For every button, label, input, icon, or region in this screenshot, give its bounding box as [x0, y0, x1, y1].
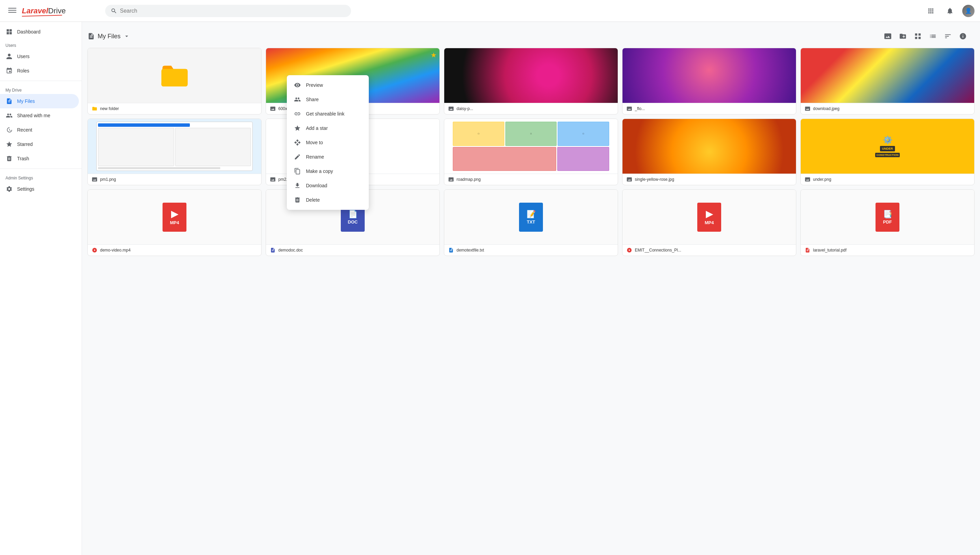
context-make-copy[interactable]: Make a copy	[287, 164, 369, 178]
context-menu: Preview Share Get shareable link Add a s…	[287, 75, 369, 210]
preview-icon	[294, 81, 301, 89]
rename-label: Rename	[306, 154, 324, 160]
add-star-label: Add a star	[306, 125, 328, 131]
make-copy-label: Make a copy	[306, 168, 333, 174]
context-delete[interactable]: Delete	[287, 193, 369, 207]
move-to-label: Move to	[306, 140, 323, 145]
delete-label: Delete	[306, 197, 320, 203]
context-download[interactable]: Download	[287, 178, 369, 193]
context-menu-overlay[interactable]	[0, 0, 980, 555]
download-icon	[294, 182, 301, 189]
context-preview[interactable]: Preview	[287, 78, 369, 92]
context-add-star[interactable]: Add a star	[287, 121, 369, 135]
context-move-to[interactable]: Move to	[287, 135, 369, 150]
star-menu-icon	[294, 124, 301, 132]
copy-icon	[294, 167, 301, 175]
share-icon	[294, 96, 301, 103]
preview-label: Preview	[306, 82, 323, 88]
get-link-label: Get shareable link	[306, 111, 345, 117]
context-get-link[interactable]: Get shareable link	[287, 107, 369, 121]
delete-icon	[294, 196, 301, 204]
link-icon	[294, 110, 301, 117]
context-rename[interactable]: Rename	[287, 150, 369, 164]
share-label: Share	[306, 97, 318, 102]
context-share[interactable]: Share	[287, 92, 369, 107]
move-icon	[294, 139, 301, 146]
download-label: Download	[306, 183, 327, 188]
rename-icon	[294, 153, 301, 160]
